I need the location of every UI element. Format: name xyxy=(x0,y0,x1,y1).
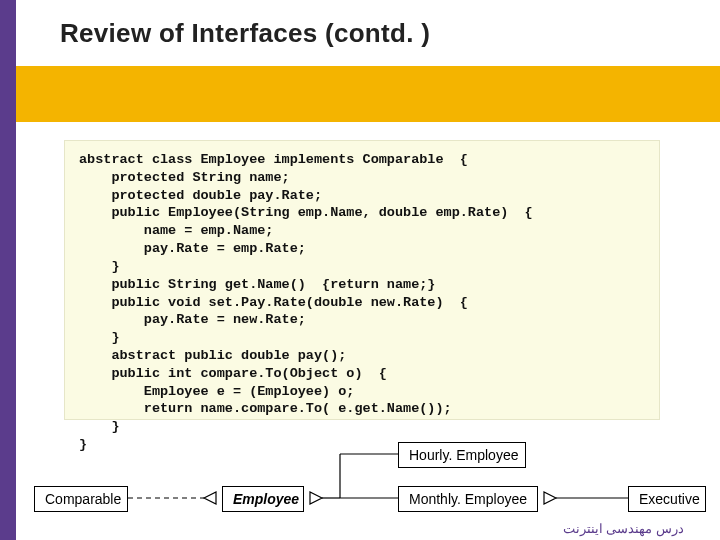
header-band: Review of Interfaces (contd. ) xyxy=(0,0,720,122)
title-container: Review of Interfaces (contd. ) xyxy=(16,0,720,66)
uml-node-hourly: Hourly. Employee xyxy=(398,442,526,468)
uml-node-executive: Executive xyxy=(628,486,706,512)
svg-marker-8 xyxy=(544,492,556,504)
uml-node-employee: Employee xyxy=(222,486,304,512)
svg-marker-1 xyxy=(204,492,216,504)
page-title: Review of Interfaces (contd. ) xyxy=(16,18,430,49)
code-block: abstract class Employee implements Compa… xyxy=(64,140,660,420)
accent-stripe-header xyxy=(0,0,16,122)
uml-node-monthly: Monthly. Employee xyxy=(398,486,538,512)
svg-marker-6 xyxy=(310,492,322,504)
uml-node-comparable: Comparable xyxy=(34,486,128,512)
slide: Review of Interfaces (contd. ) abstract … xyxy=(0,0,720,540)
footer-text: درس مهندسی اینترنت xyxy=(563,521,684,536)
